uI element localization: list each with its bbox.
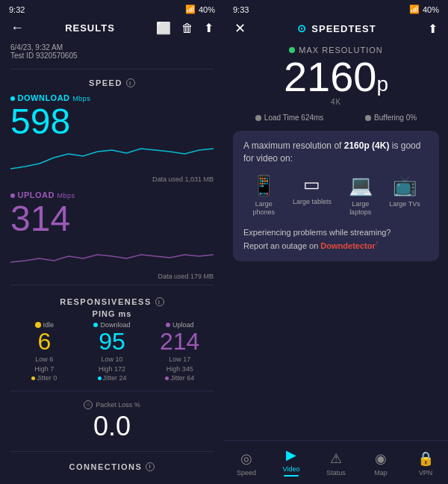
resolution-sub: 4K [224,98,448,106]
info-card: A maximum resolution of 2160p (4K) is go… [233,131,439,261]
speedtest-title: ⊙ SPEEDTEST [297,22,376,34]
tv-icon: 📺 [389,174,420,197]
download-data-used: Data used 1,031 MB [10,176,214,183]
green-dot [289,47,295,53]
vpn-nav-label: VPN [419,469,433,477]
ping-ul-sub: Low 17 High 345 Jitter 64 [146,355,214,383]
device-phones: 📱 Largephones [252,174,276,217]
nav-status[interactable]: ⚠ Status [314,450,358,477]
laptop-icon: 💻 [349,174,373,197]
device-icons-row: 📱 Largephones ▭ Large tablets 💻 Largelap… [243,174,429,217]
laptops-label: Largelaptops [349,200,373,217]
ping-dl-sub: Low 10 High 172 Jitter 24 [78,355,146,383]
divider-4 [10,451,214,452]
ping-idle: Idle 6 Low 6 High 7 Jitter 0 [10,321,78,383]
buffering-label: Buffering 0% [374,114,417,122]
packet-loss-section: ○ Packet Loss % 0.0 [0,396,224,447]
copy-icon[interactable]: ⬜ [156,21,171,35]
vpn-nav-icon: 🔒 [417,450,434,467]
tablets-label: Large tablets [293,198,332,207]
ping-dl-value: 95 [78,329,146,355]
tvs-label: Large TVs [389,200,420,209]
settings-icon[interactable]: ⬆ [428,22,438,36]
bottom-nav: ◎ Speed ▶ Video ⚠ Status ◉ Map 🔒 VPN [224,440,448,484]
nav-map[interactable]: ◉ Map [358,450,403,477]
left-panel: 9:32 📶 40% ← RESULTS ⬜ 🗑 ⬆ 6/4/23, 9:32 … [0,0,224,484]
outage-text: Experiencing problems while streaming? R… [243,226,429,252]
packet-loss-icon: ○ [84,400,93,409]
packet-loss-label: ○ Packet Loss % [10,400,214,409]
device-tvs: 📺 Large TVs [389,174,420,217]
device-laptops: 💻 Largelaptops [349,174,373,217]
card-desc-prefix: A maximum resolution of [243,140,344,151]
nav-speed[interactable]: ◎ Speed [224,450,269,477]
ping-dl-dot [93,323,98,327]
responsiveness-label: RESPONSIVENESS i [10,293,214,309]
download-value: 598 [10,104,214,140]
ping-download: Download 95 Low 10 High 172 Jitter 24 [78,321,146,383]
nav-vpn[interactable]: 🔒 VPN [403,450,448,477]
ping-header: PING ms [10,309,214,318]
connections-label: CONNECTIONS [69,462,143,471]
nav-video[interactable]: ▶ Video [269,447,314,477]
idle-dot [35,322,41,328]
test-id: Test ID 9320570605 [10,52,78,60]
upload-data-used: Data used 179 MB [10,273,214,280]
download-block: DOWNLOAD Mbps 598 Data used 1,031 MB [0,90,224,183]
upload-dot [10,193,15,198]
status-nav-label: Status [326,469,346,477]
dl-jitter-dot [98,376,102,380]
status-bar-left: 9:32 📶 40% [0,0,224,17]
header-right-icons: ⬆ [428,22,438,36]
ul-jitter-dot [165,376,169,380]
ping-ul-value: 214 [146,329,214,355]
downdetector-link[interactable]: Downdetector [320,241,375,250]
resolution-suffix: p [377,72,389,96]
upload-graph [10,240,214,270]
spacer [224,266,448,440]
card-title: A maximum resolution of 2160p (4K) is go… [243,140,429,165]
speed-info-icon[interactable]: i [126,78,135,87]
phones-label: Largephones [252,200,276,217]
share-icon[interactable]: ⬆ [204,21,214,35]
load-time-item: Load Time 624ms [255,114,324,122]
resolution-display: 2160 p [224,56,448,98]
map-nav-label: Map [374,469,388,477]
header-right: ✕ ⊙ SPEEDTEST ⬆ [224,17,448,40]
outage-superscript: ↑ [376,239,379,246]
connections-info-icon[interactable]: i [146,462,155,471]
divider-1 [10,69,214,69]
responsiveness-info-icon[interactable]: i [155,297,164,306]
test-info: 6/4/23, 9:32 AM Test ID 9320570605 [0,40,224,64]
download-dot [10,96,15,101]
close-button[interactable]: ✕ [234,20,246,37]
speedtest-label: SPEEDTEST [311,23,376,34]
phone-icon: 📱 [252,174,276,197]
header-left: ← RESULTS ⬜ 🗑 ⬆ [0,17,224,40]
packet-loss-value: 0.0 [10,411,214,442]
load-buffer-row: Load Time 624ms Buffering 0% [224,109,448,126]
delete-icon[interactable]: 🗑 [181,22,193,35]
wifi-icon-right: 📶 [409,4,420,14]
ping-ul-dot [166,323,170,327]
nav-active-indicator [284,475,299,477]
buffer-dot [365,115,371,121]
speedtest-logo-icon: ⊙ [297,22,307,34]
card-desc-bold: 2160p (4K) [344,140,390,151]
upload-block: UPLOAD Mbps 314 Data used 179 MB [0,187,224,280]
load-time-label: Load Time 624ms [264,114,324,122]
back-button[interactable]: ← [10,20,24,36]
idle-sub: Low 6 High 7 Jitter 0 [10,355,78,383]
divider-2 [10,285,214,285]
connections-header: CONNECTIONS i [0,456,224,474]
header-icons: ⬜ 🗑 ⬆ [156,21,214,35]
video-nav-label: Video [283,465,300,473]
ping-upload: Upload 214 Low 17 High 345 Jitter 64 [146,321,214,383]
upload-value: 314 [10,201,214,237]
ping-row: Idle 6 Low 6 High 7 Jitter 0 Download [10,321,214,383]
battery-right: 40% [423,5,439,14]
device-tablets: ▭ Large tablets [293,174,332,217]
speed-section-label: SPEED i [0,74,224,90]
status-nav-icon: ⚠ [330,450,342,467]
wifi-icon: 📶 [185,4,196,14]
